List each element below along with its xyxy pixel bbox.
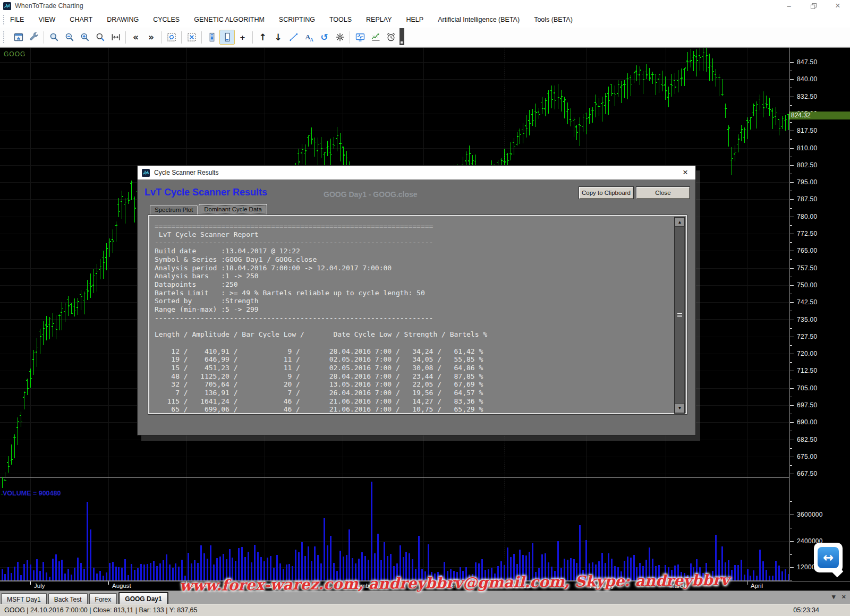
- bar-data-icon[interactable]: [204, 30, 219, 45]
- price-minor-tick: [790, 174, 792, 174]
- dialog-tab-spectrum-plot[interactable]: Spectrum Plot: [150, 205, 198, 215]
- price-tick: [790, 422, 794, 423]
- volume-minor-tick: [790, 501, 792, 502]
- price-tick-label: 795.00: [797, 178, 818, 186]
- dialog-tab-dominant-cycle-data[interactable]: Dominant Cycle Data: [199, 204, 267, 215]
- toolbar-drag-handle[interactable]: [3, 31, 6, 43]
- price-tick: [790, 182, 794, 183]
- scroll-right-icon[interactable]: »: [143, 30, 159, 45]
- dialog-logo-icon: [142, 169, 150, 177]
- performance-chart-icon[interactable]: [368, 30, 383, 45]
- month-tick: [108, 581, 109, 585]
- dock-grip[interactable]: [400, 28, 404, 45]
- teamviewer-icon: ↔: [818, 547, 839, 568]
- search-icon[interactable]: [92, 30, 108, 45]
- app-logo-icon: [3, 2, 11, 10]
- toolbar-separator: [252, 31, 253, 44]
- scrollbar-grip: [677, 313, 682, 318]
- volume-tick: [790, 515, 794, 515]
- menu-item-drawing[interactable]: DRAWING: [107, 16, 139, 23]
- month-tick: [30, 581, 31, 585]
- price-minor-tick: [790, 139, 792, 140]
- scrollbar-thumb[interactable]: [675, 226, 685, 404]
- menu-item-replay[interactable]: REPLAY: [366, 16, 392, 23]
- cycle-spider-icon[interactable]: [332, 30, 347, 45]
- menu-item-help[interactable]: HELP: [406, 16, 423, 23]
- menu-item-file[interactable]: FILE: [10, 16, 24, 23]
- refresh-selection-icon[interactable]: [164, 30, 179, 45]
- volume-minor-tick: [790, 580, 792, 580]
- properties-wrench-icon[interactable]: [26, 30, 41, 45]
- chart-tab-back-test[interactable]: Back Test: [48, 593, 88, 604]
- clear-selection-icon[interactable]: [184, 30, 199, 45]
- trendline-icon[interactable]: [286, 30, 301, 45]
- menu-item-view[interactable]: VIEW: [38, 16, 55, 23]
- toolbar-separator: [181, 31, 182, 44]
- toolbar-separator: [161, 31, 162, 44]
- alerts-clock-icon[interactable]: [383, 30, 398, 45]
- indicator-window-icon[interactable]: [352, 30, 368, 45]
- dialog-title: Cycle Scanner Results: [154, 169, 218, 176]
- zoom-in-icon[interactable]: [77, 30, 92, 45]
- chart-tab-forex[interactable]: Forex: [89, 593, 117, 604]
- add-icon[interactable]: +: [235, 30, 250, 45]
- move-up-icon[interactable]: ↑: [255, 30, 270, 45]
- price-tick: [790, 199, 794, 200]
- price-tick-label: 802.50: [797, 161, 818, 169]
- minimize-button[interactable]: –: [777, 0, 801, 12]
- price-minor-tick: [790, 277, 792, 277]
- dialog-close-button[interactable]: Close: [636, 186, 690, 199]
- menu-item-genetic-algorithm[interactable]: GENETIC ALGORITHM: [194, 16, 265, 23]
- cycle-scanner-dialog: Cycle Scanner Results × LvT Cycle Scanne…: [137, 165, 696, 435]
- menu-item-chart[interactable]: CHART: [70, 16, 92, 23]
- price-tick-label: 847.50: [797, 58, 818, 66]
- menu-item-tools-beta-[interactable]: Tools (BETA): [534, 16, 573, 23]
- menu-item-artificial-intelligence-beta-[interactable]: Artificial Intelligence (BETA): [438, 16, 520, 23]
- panel-close-icon[interactable]: ×: [842, 593, 846, 601]
- price-tick: [790, 388, 794, 389]
- price-tick-label: 750.00: [797, 281, 818, 289]
- close-button[interactable]: ×: [826, 0, 850, 12]
- menu-item-tools[interactable]: TOOLS: [329, 16, 352, 23]
- price-tick-label: 697.50: [797, 401, 818, 409]
- scrollbar-down-icon[interactable]: ▼: [675, 403, 685, 413]
- copy-to-clipboard-button[interactable]: Copy to Clipboard: [579, 186, 634, 199]
- price-minor-tick: [790, 465, 792, 466]
- teamviewer-bubble[interactable]: ↔: [814, 543, 843, 572]
- restore-button[interactable]: [801, 0, 826, 12]
- price-tick: [790, 457, 794, 457]
- replay-history-icon[interactable]: ↺: [317, 30, 332, 45]
- chart-tab-msft-day1[interactable]: MSFT Day1: [1, 593, 47, 604]
- price-minor-tick: [790, 242, 792, 243]
- bar-spacing-icon[interactable]: [108, 30, 123, 45]
- price-tick-label: 675.00: [797, 453, 818, 460]
- menu-item-scripting[interactable]: SCRIPTING: [279, 16, 315, 23]
- price-minor-tick: [790, 294, 792, 294]
- price-tick-label: 810.00: [797, 144, 818, 152]
- price-minor-tick: [790, 71, 792, 71]
- toolbar-separator: [125, 31, 126, 44]
- price-tick: [790, 131, 794, 131]
- bar-empty-icon[interactable]: [219, 30, 235, 45]
- chart-tab-strip: MSFT Day1Back TestForexGOOG Day1: [0, 591, 850, 604]
- application-window: WhenToTrade Charting – × FILEVIEWCHARTDR…: [0, 0, 850, 616]
- move-down-icon[interactable]: ↓: [270, 30, 286, 45]
- dialog-close-icon[interactable]: ×: [677, 166, 693, 179]
- zoom-out-icon[interactable]: [62, 30, 77, 45]
- chart-tab-goog-day1[interactable]: GOOG Day1: [118, 592, 168, 604]
- status-quote-text: GOOG | 24.10.2016 7:00:00 | Close: 813,1…: [4, 606, 197, 614]
- price-tick: [790, 165, 794, 166]
- menu-item-cycles[interactable]: CYCLES: [153, 16, 180, 23]
- zoom-icon[interactable]: [46, 30, 62, 45]
- month-label: April: [751, 583, 763, 589]
- status-bar: GOOG | 24.10.2016 7:00:00 | Close: 813,1…: [0, 604, 850, 616]
- report-scrollbar[interactable]: ▲ ▼: [674, 217, 685, 414]
- new-chart-window-icon[interactable]: [11, 30, 26, 45]
- price-minor-tick: [790, 105, 792, 106]
- scroll-left-icon[interactable]: «: [128, 30, 143, 45]
- price-minor-tick: [790, 191, 792, 191]
- panel-dropdown-icon[interactable]: ▾: [832, 593, 836, 601]
- font-icon[interactable]: [301, 30, 317, 45]
- price-minor-tick: [790, 345, 792, 346]
- menu-drag-handle[interactable]: [3, 15, 6, 24]
